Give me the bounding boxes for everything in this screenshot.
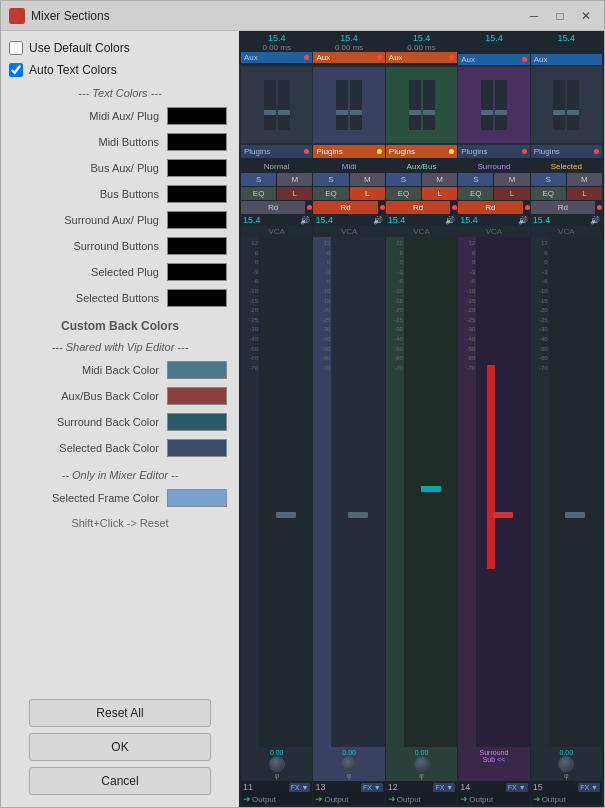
- auto-text-colors-checkbox[interactable]: [9, 63, 23, 77]
- ch15-speaker-icon: 🔊: [590, 216, 600, 225]
- cancel-button[interactable]: Cancel: [29, 767, 211, 795]
- ch13-time: 0.00 ms: [335, 43, 363, 52]
- use-default-colors-checkbox[interactable]: [9, 41, 23, 55]
- ch13-m-button[interactable]: M: [350, 173, 385, 186]
- ch14-s-button[interactable]: S: [458, 173, 493, 186]
- ch15-l-button[interactable]: L: [567, 187, 602, 200]
- ch12-eq-button[interactable]: EQ: [386, 187, 421, 200]
- ch15-num: 15: [533, 782, 543, 792]
- ch13-rd-button[interactable]: Rd: [313, 201, 377, 214]
- ch14-fx-button[interactable]: FX ▼: [506, 783, 528, 792]
- ch11-s-button[interactable]: S: [241, 173, 276, 186]
- ch12-l-button[interactable]: L: [422, 187, 457, 200]
- ch12-bottom-level: 15.4: [388, 215, 406, 225]
- surround-back-color-swatch[interactable]: [167, 413, 227, 431]
- ch14-rd-button[interactable]: Rd: [458, 201, 522, 214]
- ch14-l-button[interactable]: L: [494, 187, 529, 200]
- ch14-num: 14: [460, 782, 470, 792]
- ch14-plugins-button[interactable]: Plugins: [458, 145, 529, 158]
- ch15-knob-val: 0.00: [560, 749, 574, 756]
- ch13-knob[interactable]: [341, 756, 357, 772]
- ch11-m-button[interactable]: M: [277, 173, 312, 186]
- surround-aux-plug-swatch[interactable]: [167, 211, 227, 229]
- midi-buttons-swatch[interactable]: [167, 133, 227, 151]
- ch14-eq-button[interactable]: EQ: [458, 187, 493, 200]
- title-bar: Mixer Sections ─ □ ✕: [1, 1, 604, 31]
- minimize-button[interactable]: ─: [524, 6, 544, 26]
- selected-frame-color-swatch[interactable]: [167, 489, 227, 507]
- maximize-button[interactable]: □: [550, 6, 570, 26]
- aux-bus-back-color-swatch[interactable]: [167, 387, 227, 405]
- selected-buttons-swatch[interactable]: [167, 289, 227, 307]
- ch14-aux-button[interactable]: Aux: [458, 54, 529, 65]
- ch11-level: 15.4: [268, 33, 286, 43]
- ch15-m-button[interactable]: M: [567, 173, 602, 186]
- text-colors-header: --- Text Colors ---: [9, 83, 231, 101]
- midi-back-color-swatch[interactable]: [167, 361, 227, 379]
- midi-aux-plug-label: Midi Aux/ Plug: [13, 110, 167, 122]
- ch11-time: 0.00 ms: [262, 43, 290, 52]
- use-default-colors-label: Use Default Colors: [29, 41, 130, 55]
- ch11-output-arrow: ➜: [243, 794, 251, 804]
- selected-back-color-label: Selected Back Color: [13, 442, 167, 454]
- ch11-aux-button[interactable]: Aux: [241, 52, 312, 63]
- ch13-output-label: Output: [324, 795, 348, 804]
- ch13-eq-button[interactable]: EQ: [313, 187, 348, 200]
- ch12-fader-handle[interactable]: [421, 486, 441, 492]
- selected-aux-plug-label: Selected Plug: [13, 266, 167, 278]
- ch14-m-button[interactable]: M: [494, 173, 529, 186]
- bus-buttons-label: Bus Buttons: [13, 188, 167, 200]
- ch12-knob[interactable]: [414, 756, 430, 772]
- ch15-rd-button[interactable]: Rd: [531, 201, 595, 214]
- ch12-aux-button[interactable]: Aux: [386, 52, 457, 63]
- ch13-l-button[interactable]: L: [350, 187, 385, 200]
- ch13-plugins-button[interactable]: Plugins: [313, 145, 384, 158]
- ch11-fader-handle[interactable]: [276, 512, 296, 518]
- ch15-fader-handle[interactable]: [565, 512, 585, 518]
- ch15-s-button[interactable]: S: [531, 173, 566, 186]
- ch13-aux-dot: [377, 55, 382, 60]
- bus-buttons-swatch[interactable]: [167, 185, 227, 203]
- bus-buttons-row: Bus Buttons: [9, 183, 231, 205]
- ch15-aux-button[interactable]: Aux: [531, 54, 602, 65]
- ch12-level: 15.4: [413, 33, 431, 43]
- midi-aux-plug-swatch[interactable]: [167, 107, 227, 125]
- ch15-eq-button[interactable]: EQ: [531, 187, 566, 200]
- reset-all-button[interactable]: Reset All: [29, 699, 211, 727]
- ch12-rd-button[interactable]: Rd: [386, 201, 450, 214]
- ok-button[interactable]: OK: [29, 733, 211, 761]
- ch11-output-label: Output: [252, 795, 276, 804]
- ch14-fader-handle[interactable]: [493, 512, 513, 518]
- mixer-panel: 15.4 0.00 ms Aux 15.4 0.00 ms Aux: [239, 31, 604, 807]
- ch15-plugins-button[interactable]: Plugins: [531, 145, 602, 158]
- selected-aux-plug-swatch[interactable]: [167, 263, 227, 281]
- ch11-fx-button[interactable]: FX ▼: [289, 783, 311, 792]
- midi-buttons-label: Midi Buttons: [13, 136, 167, 148]
- ch11-rd-button[interactable]: Rd: [241, 201, 305, 214]
- ch13-s-button[interactable]: S: [313, 173, 348, 186]
- aux-bus-back-color-label: Aux/Bus Back Color: [13, 390, 167, 402]
- selected-back-color-swatch[interactable]: [167, 439, 227, 457]
- ch11-knob[interactable]: [269, 756, 285, 772]
- ch15-fx-button[interactable]: FX ▼: [578, 783, 600, 792]
- ch11-l-button[interactable]: L: [277, 187, 312, 200]
- close-button[interactable]: ✕: [576, 6, 596, 26]
- ch13-fader-handle[interactable]: [348, 512, 368, 518]
- ch12-time: 0.00 ms: [407, 43, 435, 52]
- only-in-mixer-header: -- Only in Mixer Editor --: [9, 463, 231, 483]
- ch15-knob[interactable]: [558, 756, 574, 772]
- ch15-vca: VCA: [531, 226, 602, 237]
- ch12-plugins-button[interactable]: Plugins: [386, 145, 457, 158]
- ch11-eq-button[interactable]: EQ: [241, 187, 276, 200]
- ch12-phi: φ: [419, 772, 424, 779]
- surround-buttons-swatch[interactable]: [167, 237, 227, 255]
- ch12-s-button[interactable]: S: [386, 173, 421, 186]
- ch11-plugins-button[interactable]: Plugins: [241, 145, 312, 158]
- bus-aux-plug-swatch[interactable]: [167, 159, 227, 177]
- ch12-m-button[interactable]: M: [422, 173, 457, 186]
- ch12-fx-button[interactable]: FX ▼: [433, 783, 455, 792]
- ch13-fx-button[interactable]: FX ▼: [361, 783, 383, 792]
- auto-text-colors-row: Auto Text Colors: [9, 61, 231, 79]
- ch11-vca: VCA: [241, 226, 312, 237]
- ch13-aux-button[interactable]: Aux: [313, 52, 384, 63]
